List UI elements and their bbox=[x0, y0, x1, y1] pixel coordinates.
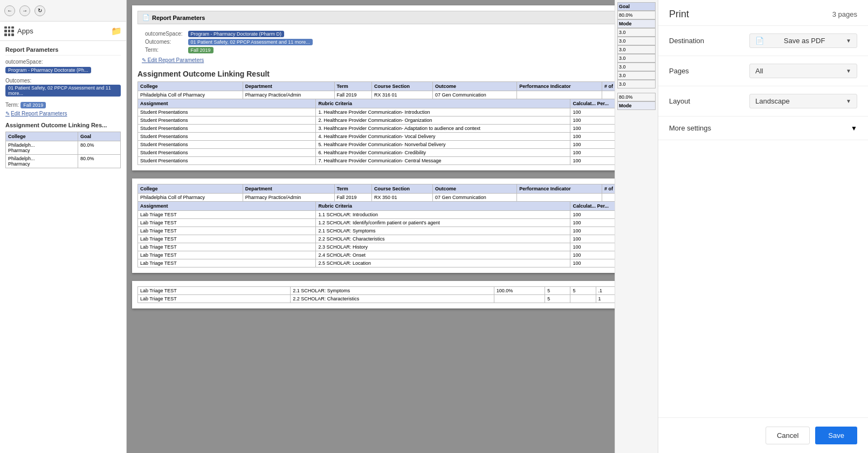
folder-icon[interactable]: 📁 bbox=[111, 26, 122, 36]
col-course-section: Course Section bbox=[371, 82, 432, 91]
destination-select[interactable]: 📄 Save as PDF ▼ bbox=[749, 33, 857, 48]
assignment-row: Student Presentations 3. Healthcare Prov… bbox=[138, 125, 647, 133]
rubric-cell: 6. Healthcare Provider Communication- Cr… bbox=[316, 149, 570, 157]
assignment-row: Lab Triage TEST 2.4 SCHOLAR: Onset 100 bbox=[138, 251, 647, 259]
sidebar: ← → ↻ Apps 📁 Report Parameters outcomeSp… bbox=[0, 0, 127, 453]
assign-cell: Lab Triage TEST bbox=[138, 243, 316, 251]
bottom-rubric-cell: 2.1 SCHOLAR: Symptoms bbox=[291, 287, 494, 295]
more-settings-label: More settings bbox=[669, 124, 711, 132]
col-department: Department bbox=[243, 82, 334, 91]
report-table-2: College Department Term Course Section O… bbox=[137, 184, 647, 202]
cell-term-2: Fall 2019 bbox=[334, 194, 371, 202]
col2-course-section: Course Section bbox=[371, 184, 432, 194]
assign-cell: Student Presentations bbox=[138, 108, 316, 116]
sidebar-content: Report Parameters outcomeSpace: Program … bbox=[0, 41, 126, 453]
assignment-row: Student Presentations 7. Healthcare Prov… bbox=[138, 157, 647, 165]
report-page-1: 📄 Report Parameters outcomeSpace: Progra… bbox=[132, 5, 652, 170]
assignment-row: Student Presentations 6. Healthcare Prov… bbox=[138, 149, 647, 157]
cell-outcome-2: 07 Gen Communication bbox=[433, 194, 517, 202]
cancel-button[interactable]: Cancel bbox=[766, 427, 810, 444]
assign-cell: Student Presentations bbox=[138, 149, 316, 157]
pages-option: Pages All ▼ bbox=[658, 56, 868, 86]
assign-cell: Lab Triage TEST bbox=[138, 227, 316, 235]
bottom-v1-cell: 5 bbox=[545, 295, 570, 303]
sidebar-edit-params-link[interactable]: ✎ Edit Report Parameters bbox=[5, 111, 121, 116]
destination-chevron: ▼ bbox=[846, 38, 851, 44]
assign-cell: Student Presentations bbox=[138, 133, 316, 141]
assignment-row: Lab Triage TEST 2.1 SCHOLAR: Symptoms 10… bbox=[138, 227, 647, 235]
bottom-table: Lab Triage TEST 2.1 SCHOLAR: Symptoms 10… bbox=[137, 286, 647, 303]
bottom-rubric-cell: 2.2 SCHOLAR: Characteristics bbox=[291, 295, 494, 303]
cell-department-2: Pharmacy Practice/Admin bbox=[243, 194, 334, 202]
bottom-v2-cell bbox=[570, 295, 596, 303]
assign-cell: Lab Triage TEST bbox=[138, 211, 316, 219]
destination-option: Destination 📄 Save as PDF ▼ bbox=[658, 26, 868, 56]
rubric-cell: 4. Healthcare Provider Communication- Vo… bbox=[316, 133, 570, 141]
save-button[interactable]: Save bbox=[815, 427, 857, 444]
report-page-3-partial: Lab Triage TEST 2.1 SCHOLAR: Symptoms 10… bbox=[132, 281, 652, 308]
params-edit-link[interactable]: ✎ Edit Report Parameters bbox=[142, 57, 643, 63]
sidebar-college-header: College bbox=[6, 132, 78, 141]
sidebar-bg-row-2: Philadelph...Pharmacy 80.0% bbox=[6, 155, 121, 168]
bottom-assign-cell: Lab Triage TEST bbox=[138, 287, 291, 295]
bottom-table-row: Lab Triage TEST 2.2 SCHOLAR: Characteris… bbox=[138, 295, 647, 303]
more-settings-chevron: ▼ bbox=[851, 125, 857, 132]
forward-button[interactable]: → bbox=[19, 5, 30, 16]
bottom-assign-cell: Lab Triage TEST bbox=[138, 295, 291, 303]
assign-cell: Lab Triage TEST bbox=[138, 219, 316, 227]
bg-right-panel: Goal 80.0% Mode 3.0 3.0 3.0 3.0 3.0 3.0 … bbox=[615, 0, 658, 453]
cell-college-2: Philadelphia Coll of Pharmacy bbox=[138, 194, 243, 202]
rubric-cell: 2.5 SCHOLAR: Location bbox=[316, 259, 570, 267]
sidebar-result-title: Assignment Outcome Linking Res... bbox=[5, 122, 121, 128]
report-section-title-1: Assignment Outcome Linking Result bbox=[137, 70, 647, 78]
bottom-pct-cell bbox=[494, 295, 545, 303]
bottom-pct-cell: 100.0% bbox=[494, 287, 545, 295]
assign-cell: Lab Triage TEST bbox=[138, 251, 316, 259]
assign-cell: Student Presentations bbox=[138, 116, 316, 125]
back-button[interactable]: ← bbox=[4, 5, 15, 16]
col-performance-indicator: Performance Indicator bbox=[517, 82, 602, 91]
print-panel-spacer bbox=[658, 140, 868, 417]
apps-grid-icon[interactable] bbox=[4, 26, 14, 36]
col2-college: College bbox=[138, 184, 243, 194]
destination-label: Destination bbox=[669, 37, 704, 45]
pages-select[interactable]: All ▼ bbox=[749, 64, 857, 78]
rubric-cell: 2.4 SCHOLAR: Onset bbox=[316, 251, 570, 259]
pages-value: All bbox=[755, 67, 763, 75]
refresh-button[interactable]: ↻ bbox=[35, 5, 45, 16]
doc-icon: 📄 bbox=[142, 14, 150, 21]
params-term-label: Term: bbox=[143, 46, 185, 53]
report-params-title: Report Parameters bbox=[152, 15, 205, 21]
sub2-assignment-col: Assignment bbox=[138, 202, 316, 211]
bg-mode-col: Mode bbox=[617, 19, 656, 28]
params-table: outcomeSpace: Program - Pharmacy Doctora… bbox=[142, 29, 316, 54]
layout-value: Landscape bbox=[755, 97, 790, 105]
sidebar-goal-header: Goal bbox=[78, 132, 120, 141]
layout-select[interactable]: Landscape ▼ bbox=[749, 94, 857, 108]
assign-cell: Student Presentations bbox=[138, 125, 316, 133]
more-settings-section[interactable]: More settings ▼ bbox=[658, 116, 868, 140]
assignment-row: Student Presentations 4. Healthcare Prov… bbox=[138, 133, 647, 141]
sidebar-term-row: Term: Fall 2019 bbox=[5, 101, 121, 108]
sidebar-bg-row-1: Philadelph...Pharmacy 80.0% bbox=[6, 141, 121, 155]
assignment-row: Lab Triage TEST 2.5 SCHOLAR: Location 10… bbox=[138, 259, 647, 267]
assignment-row: Lab Triage TEST 1.1 SCHOLAR: Introductio… bbox=[138, 211, 647, 219]
params-outcome-space-label: outcomeSpace: bbox=[143, 30, 185, 37]
col-college: College bbox=[138, 82, 243, 91]
main-content: 📄 Report Parameters outcomeSpace: Progra… bbox=[127, 0, 658, 453]
apps-bar: Apps 📁 bbox=[0, 22, 126, 41]
sub-rubric-col: Rubric Criteria bbox=[316, 99, 570, 108]
sidebar-bg-table: College Goal Philadelph...Pharmacy 80.0%… bbox=[5, 132, 121, 168]
report-area[interactable]: 📄 Report Parameters outcomeSpace: Progra… bbox=[127, 0, 658, 453]
col2-performance-indicator: Performance Indicator bbox=[517, 184, 602, 194]
destination-value: Save as PDF bbox=[784, 37, 825, 45]
report-table-1: College Department Term Course Section O… bbox=[137, 81, 647, 99]
sidebar-outcome-space-value: Program - Pharmacy Doctorate (Ph... bbox=[5, 67, 91, 73]
cell-course-1: RX 316 01 bbox=[371, 91, 432, 99]
bottom-v2-cell: 5 bbox=[570, 287, 596, 295]
col2-outcome: Outcome bbox=[433, 184, 517, 194]
report-params-details: outcomeSpace: Program - Pharmacy Doctora… bbox=[137, 27, 647, 65]
assignment-row: Lab Triage TEST 2.3 SCHOLAR: History 100 bbox=[138, 243, 647, 251]
cell-college-1: Philadelphia Coll of Pharmacy bbox=[138, 91, 243, 99]
sidebar-college-cell-2: Philadelph...Pharmacy bbox=[6, 155, 78, 168]
